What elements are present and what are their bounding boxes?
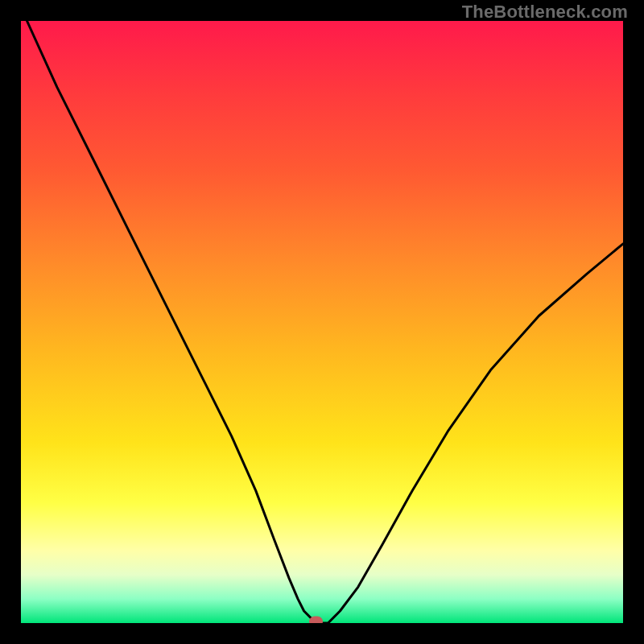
chart-svg [21,21,623,623]
marker-dot [310,617,323,623]
chart-frame: TheBottleneck.com [0,0,644,644]
watermark-text: TheBottleneck.com [462,2,628,23]
plot-area [21,21,623,623]
bottleneck-curve [27,21,624,623]
